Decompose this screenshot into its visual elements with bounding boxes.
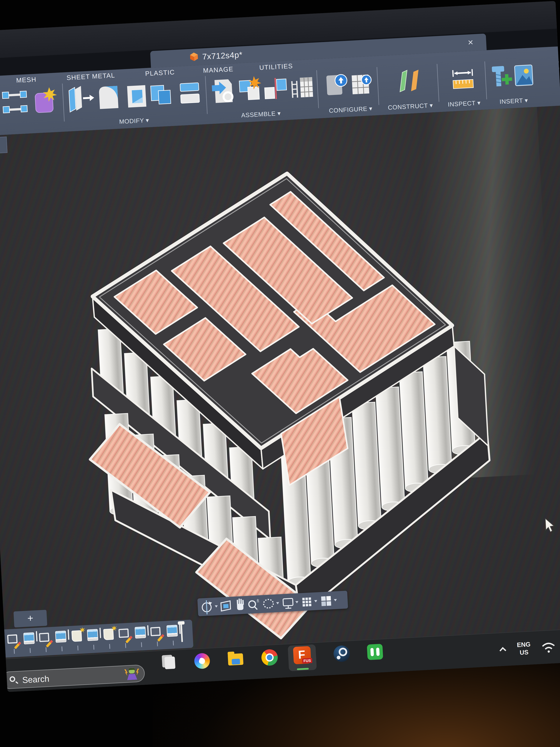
ribbon-tab-mesh[interactable]: MESH [16, 76, 36, 84]
viewports-caret-icon[interactable] [334, 599, 337, 601]
ribbon-tab-manage[interactable]: MANAGE [203, 66, 234, 75]
photo-of-screen: 7x712s4p* × + ↑ E MESH SHEET METAL PLAST… [0, 0, 560, 747]
timeline-feature-extrude[interactable] [54, 629, 69, 646]
joint-origin-icon[interactable] [2, 91, 27, 113]
battery-cell[interactable] [399, 372, 428, 493]
search-highlight-icon[interactable] [125, 667, 139, 681]
timeline-feature-extrude[interactable] [165, 623, 181, 640]
measure-icon[interactable] [452, 69, 473, 89]
taskbar-app-copilot[interactable] [193, 651, 212, 670]
timeline-feature-extrude[interactable] [22, 630, 37, 647]
wifi-icon[interactable] [542, 643, 555, 653]
display-settings-icon[interactable] [283, 598, 293, 609]
laptop-screen: 7x712s4p* × + ↑ E MESH SHEET METAL PLAST… [0, 1, 560, 692]
group-label-modify[interactable]: MODIFY ▾ [119, 117, 149, 125]
timeline-feature-extrude[interactable] [86, 627, 101, 644]
taskbar-app-chrome[interactable] [260, 648, 279, 667]
timeline-feature-extrude[interactable] [134, 625, 149, 642]
group-label-inspect[interactable]: INSPECT ▾ [448, 99, 481, 108]
orbit-icon[interactable] [202, 600, 213, 615]
fillet-icon[interactable] [99, 86, 118, 109]
viewports-icon[interactable] [321, 596, 331, 606]
grid-settings-icon[interactable] [302, 597, 311, 607]
grid-caret-icon[interactable] [314, 600, 317, 602]
create-form-icon[interactable] [35, 87, 58, 113]
taskbar-app-file-explorer[interactable] [226, 650, 245, 669]
ribbon-tab-plastic[interactable]: PLASTIC [145, 68, 175, 77]
search-placeholder: Search [22, 674, 49, 685]
taskbar-app-steam[interactable] [332, 644, 351, 663]
close-tab-icon[interactable]: × [468, 37, 474, 48]
mouse-cursor [544, 518, 557, 534]
timeline-playhead[interactable] [180, 622, 183, 642]
look-at-icon[interactable] [221, 601, 231, 611]
thicken-icon[interactable] [69, 85, 95, 112]
browser-collapse-button[interactable]: – [0, 136, 7, 154]
display-caret-icon[interactable] [295, 601, 298, 603]
svg-text:±: ± [256, 597, 260, 603]
language-indicator[interactable]: ENG US [517, 640, 531, 656]
split-body-icon[interactable] [180, 83, 199, 103]
new-component-icon[interactable] [239, 76, 262, 100]
system-tray: ENG US [494, 635, 560, 664]
timeline-add-button[interactable]: + [14, 610, 47, 627]
timeline-feature-component[interactable] [70, 628, 85, 645]
search-icon [9, 676, 16, 682]
configure-icon[interactable] [326, 74, 348, 96]
battery-cell[interactable] [423, 357, 452, 474]
timeline-feature-sketch[interactable] [38, 630, 53, 647]
insert-fastener-icon[interactable] [492, 66, 513, 86]
insert-derive-icon[interactable] [212, 79, 233, 103]
timeline-feature-component[interactable] [102, 626, 117, 643]
taskbar-app-task-view[interactable] [159, 653, 178, 672]
joint-icon[interactable] [264, 77, 287, 100]
battery-cell[interactable] [376, 387, 405, 512]
ribbon-tab-sheet-metal[interactable]: SHEET METAL [66, 72, 115, 81]
document-title: 7x712s4p* [202, 50, 243, 61]
tray-expand-icon[interactable] [500, 647, 506, 654]
zoom-icon[interactable]: ± [248, 597, 260, 610]
combine-icon[interactable] [151, 85, 171, 104]
group-label-insert[interactable]: INSERT ▾ [500, 97, 528, 105]
pan-icon[interactable] [237, 598, 244, 610]
taskbar-app-fusion[interactable]: FFUS [293, 646, 311, 665]
bom-table-icon[interactable] [292, 77, 313, 98]
shell-icon[interactable] [127, 85, 146, 108]
insert-image-icon[interactable] [514, 65, 533, 86]
taskbar-app-green-app[interactable] [366, 643, 384, 661]
document-cube-icon [189, 52, 199, 62]
construct-plane-icon[interactable] [399, 70, 420, 92]
configuration-table-icon[interactable] [352, 75, 372, 94]
orbit-caret-icon[interactable] [215, 605, 218, 608]
timeline-feature-sketch[interactable] [150, 624, 165, 641]
fit-caret-icon[interactable] [276, 602, 279, 604]
timeline-feature-sketch[interactable] [117, 626, 133, 642]
ribbon-tab-utilities[interactable]: UTILITIES [259, 62, 293, 71]
timeline-feature-sketch[interactable] [6, 632, 22, 648]
fit-icon[interactable] [263, 599, 273, 608]
